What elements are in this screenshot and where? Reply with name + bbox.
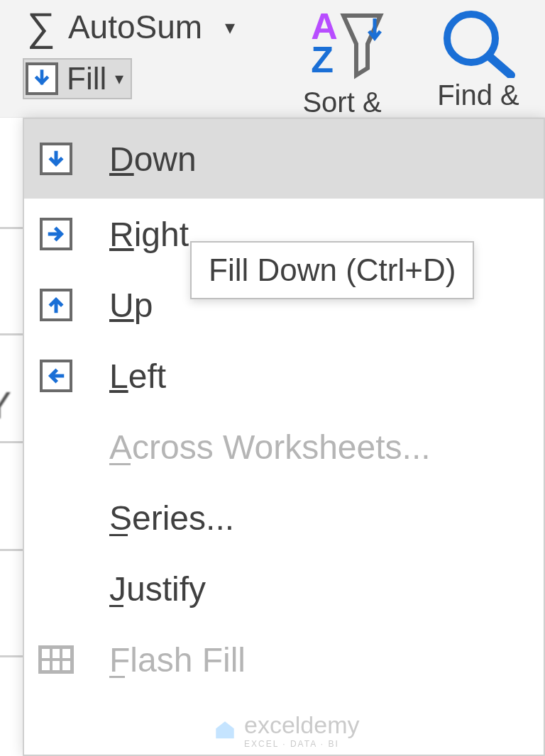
gridline (0, 549, 23, 551)
sort-filter-label: Sort & (302, 87, 381, 118)
menu-label-right: Right (109, 215, 189, 254)
flash-fill-icon (38, 645, 74, 674)
menu-label-flash: Flash Fill (109, 640, 246, 679)
menu-item-flash-fill: Flash Fill (24, 624, 544, 695)
fill-label: Fill (67, 61, 106, 96)
menu-item-left[interactable]: Left (24, 340, 544, 411)
menu-label-down: Down (109, 140, 197, 179)
gridline (0, 227, 23, 229)
ribbon-editing-group: ∑ AutoSum ▾ Fill ▾ A Z Sort & Find & (0, 0, 545, 118)
magnifier-icon (436, 7, 521, 78)
menu-label-left: Left (109, 357, 166, 396)
sigma-icon: ∑ (27, 7, 55, 47)
dropdown-caret-icon[interactable]: ▾ (225, 16, 235, 39)
fill-down-icon (26, 62, 58, 95)
watermark-sub: EXCEL · DATA · BI (244, 739, 360, 749)
menu-item-down[interactable]: Down (24, 119, 544, 199)
arrow-right-icon (40, 218, 72, 250)
menu-label-up: Up (109, 286, 153, 325)
tooltip-fill-down: Fill Down (Ctrl+D) (190, 241, 474, 299)
gridline (0, 441, 23, 443)
menu-label-across: Across Worksheets... (109, 428, 431, 467)
fill-button[interactable]: Fill ▾ (23, 58, 132, 99)
watermark-main: exceldemy (244, 711, 360, 739)
sort-filter-button[interactable]: A Z Sort & (284, 10, 412, 118)
gridline (0, 655, 23, 657)
menu-item-justify[interactable]: Justify (24, 553, 544, 624)
dropdown-caret-icon: ▾ (115, 69, 123, 89)
autosum-button[interactable]: ∑ AutoSum ▾ (27, 7, 235, 47)
sort-az-icon: A Z (311, 10, 385, 81)
watermark: exceldemy EXCEL · DATA · BI (213, 711, 360, 749)
find-select-label: Find & (437, 79, 519, 111)
svg-line-1 (490, 57, 511, 75)
arrow-left-icon (40, 360, 72, 392)
menu-label-justify: Justify (109, 569, 206, 608)
autosum-label: AutoSum (68, 8, 202, 46)
menu-item-series[interactable]: Series... (24, 482, 544, 553)
gridline (0, 333, 23, 335)
menu-item-across-worksheets: Across Worksheets... (24, 411, 544, 482)
arrow-up-icon (40, 289, 72, 321)
partial-text: Y (0, 383, 11, 427)
menu-label-series: Series... (109, 499, 234, 538)
fill-dropdown-menu: Down Right Up Left (23, 118, 545, 756)
find-select-button[interactable]: Find & (436, 7, 521, 111)
arrow-down-icon (40, 143, 72, 175)
